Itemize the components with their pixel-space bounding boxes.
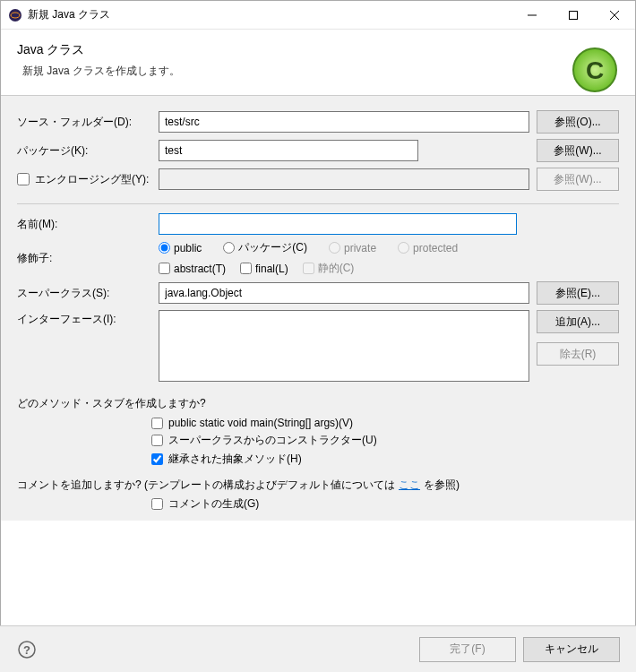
dialog-body: ソース・フォルダー(D): 参照(O)... パッケージ(K): 参照(W)..… xyxy=(1,96,635,521)
finish-button: 完了(F) xyxy=(419,637,516,662)
help-button[interactable]: ? xyxy=(16,639,38,660)
help-icon: ? xyxy=(18,641,36,659)
stub-main-label: public static void main(String[] args)(V… xyxy=(168,417,353,429)
superclass-input[interactable] xyxy=(159,282,529,304)
stub-super-constructors-checkbox[interactable] xyxy=(151,435,163,446)
enclosing-type-input xyxy=(159,168,529,190)
modifier-private-label: private xyxy=(344,242,376,254)
stub-inherited-abstract-checkbox[interactable] xyxy=(151,453,163,465)
stub-inherited-abstract-label: 継承された抽象メソッド(H) xyxy=(168,452,302,467)
modifier-private-radio xyxy=(329,242,340,254)
stub-super-constructors-label: スーパークラスからのコンストラクター(U) xyxy=(168,433,377,448)
comments-here-link[interactable]: ここ xyxy=(399,478,420,493)
modifier-public-label: public xyxy=(174,242,202,254)
comments-suffix: を参照) xyxy=(424,478,460,493)
modifier-abstract-checkbox[interactable] xyxy=(159,263,170,274)
modifier-protected-label: protected xyxy=(413,242,458,254)
source-folder-label: ソース・フォルダー(D): xyxy=(17,115,151,130)
title-bar: 新規 Java クラス xyxy=(1,1,635,30)
name-label: 名前(M): xyxy=(17,217,151,232)
modifier-abstract-label: abstract(T) xyxy=(174,263,226,275)
interfaces-listbox[interactable] xyxy=(159,310,529,382)
browse-source-button[interactable]: 参照(O)... xyxy=(537,110,619,134)
enclosing-type-label: エンクロージング型(Y): xyxy=(35,172,149,187)
eclipse-icon xyxy=(8,8,22,22)
minimize-button[interactable] xyxy=(511,1,553,29)
svg-text:C: C xyxy=(586,56,604,84)
dialog-footer: ? 完了(F) キャンセル xyxy=(0,625,636,672)
separator xyxy=(17,203,619,204)
modifiers-label: 修飾子: xyxy=(17,251,151,266)
interfaces-label: インターフェース(I): xyxy=(17,310,151,327)
window-title: 新規 Java クラス xyxy=(28,7,511,22)
dialog-header: Java クラス 新規 Java クラスを作成します。 C xyxy=(1,30,635,96)
cancel-button[interactable]: キャンセル xyxy=(523,637,620,662)
source-folder-input[interactable] xyxy=(159,111,529,133)
modifier-static-label: 静的(C) xyxy=(318,261,355,276)
modifier-package-radio[interactable] xyxy=(223,242,235,254)
class-wizard-icon: C xyxy=(571,46,619,94)
svg-text:?: ? xyxy=(23,643,30,657)
modifier-public-radio[interactable] xyxy=(159,242,170,254)
close-button[interactable] xyxy=(594,1,635,29)
generate-comments-label: コメントの生成(G) xyxy=(168,496,259,512)
modifier-protected-radio xyxy=(398,242,409,254)
package-input[interactable] xyxy=(159,140,418,161)
package-label: パッケージ(K): xyxy=(17,143,151,159)
comments-question: コメントを追加しますか? (テンプレートの構成およびデフォルト値については xyxy=(17,478,395,493)
add-interface-button[interactable]: 追加(A)... xyxy=(537,310,619,333)
header-title: Java クラス xyxy=(17,42,619,58)
enclosing-type-checkbox[interactable] xyxy=(17,173,30,185)
modifier-static-checkbox xyxy=(303,263,314,274)
stub-main-checkbox[interactable] xyxy=(151,418,163,429)
method-stubs-question: どのメソッド・スタブを作成しますか? xyxy=(17,396,619,411)
browse-enclosing-button: 参照(W)... xyxy=(537,168,619,191)
generate-comments-checkbox[interactable] xyxy=(151,498,163,510)
remove-interface-button: 除去(R) xyxy=(537,342,619,366)
header-subtitle: 新規 Java クラスを作成します。 xyxy=(17,64,619,79)
superclass-label: スーパークラス(S): xyxy=(17,286,151,301)
modifier-final-label: final(L) xyxy=(255,263,288,275)
maximize-button[interactable] xyxy=(553,1,594,29)
modifier-package-label: パッケージ(C) xyxy=(238,240,307,255)
svg-rect-3 xyxy=(570,11,578,19)
browse-package-button[interactable]: 参照(W)... xyxy=(537,139,619,162)
browse-superclass-button[interactable]: 参照(E)... xyxy=(537,281,619,305)
modifier-final-checkbox[interactable] xyxy=(240,263,252,274)
name-input[interactable] xyxy=(159,213,517,235)
